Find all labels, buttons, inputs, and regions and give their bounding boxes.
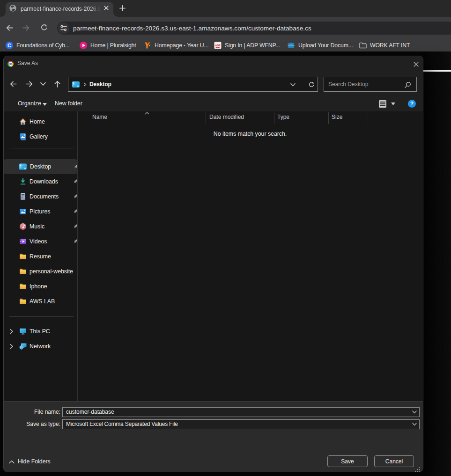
svg-text:ADP: ADP bbox=[215, 44, 221, 47]
svg-text:C: C bbox=[7, 43, 11, 48]
